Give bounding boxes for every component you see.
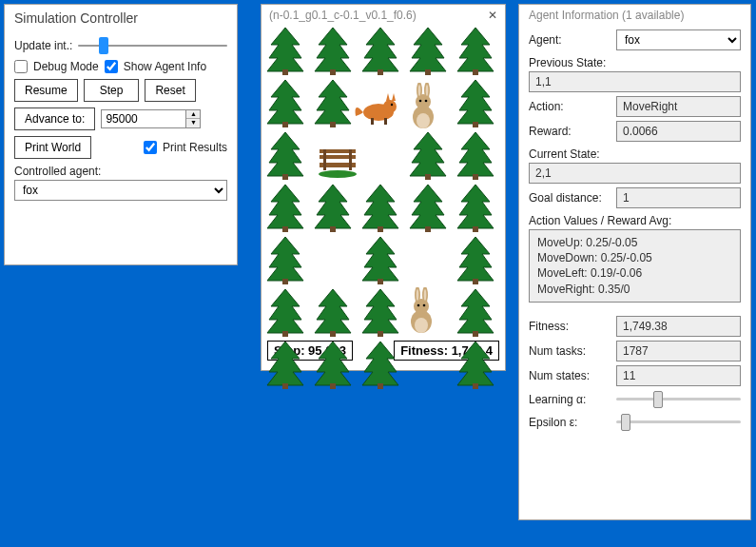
prev-state-label: Previous State: [529, 56, 741, 69]
fitness-value: 1,749.38 [616, 316, 741, 337]
world-title: (n-0.1_g0.1_c-0.1_v0.1_f0.6) [269, 9, 417, 22]
tree-icon [309, 183, 357, 232]
advance-to-input[interactable] [101, 109, 186, 128]
svg-rect-21 [473, 174, 478, 180]
learning-alpha-label: Learning α: [529, 393, 611, 406]
svg-rect-51 [378, 383, 383, 389]
svg-rect-60 [371, 118, 374, 125]
svg-point-77 [417, 304, 420, 307]
num-states-value: 11 [616, 365, 741, 386]
svg-marker-42 [362, 289, 398, 333]
tree-icon [309, 78, 357, 127]
update-int-slider[interactable] [78, 37, 227, 54]
tree-icon [262, 130, 309, 180]
tree-icon [404, 130, 452, 180]
hare-icon [402, 287, 440, 335]
svg-marker-8 [457, 28, 494, 71]
tree-icon [404, 183, 452, 232]
controlled-agent-select[interactable]: fox [14, 180, 227, 201]
svg-marker-34 [362, 237, 398, 281]
svg-rect-84 [349, 149, 352, 170]
tree-icon [452, 26, 499, 75]
reset-button[interactable]: Reset [145, 79, 195, 102]
current-state-label: Current State: [529, 147, 741, 161]
svg-marker-6 [410, 28, 446, 71]
svg-marker-40 [315, 289, 351, 333]
svg-rect-43 [378, 331, 383, 337]
goal-distance-value: 1 [616, 187, 741, 208]
resume-button[interactable]: Resume [14, 79, 78, 102]
print-world-button[interactable]: Print World [14, 136, 91, 159]
svg-rect-61 [384, 118, 387, 125]
svg-rect-37 [473, 279, 478, 284]
svg-rect-17 [282, 174, 288, 180]
bench-icon [314, 140, 361, 178]
simulation-controller-panel: Simulation Controller Update int.: Debug… [4, 4, 238, 265]
svg-marker-44 [457, 289, 494, 333]
fitness-label: Fitness: [529, 320, 611, 333]
svg-rect-39 [282, 331, 288, 337]
svg-rect-23 [282, 226, 288, 232]
svg-marker-26 [362, 185, 398, 228]
svg-marker-28 [410, 185, 446, 228]
advance-spinner[interactable]: ▲▼ [186, 109, 201, 128]
svg-rect-53 [473, 383, 478, 389]
action-value-line: MoveUp: 0.25/-0.05 [537, 235, 732, 250]
world-window: (n-0.1_g0.1_c-0.1_v0.1_f0.6) ✕ Step: 95,… [261, 4, 506, 371]
svg-rect-33 [282, 279, 288, 284]
tree-icon [452, 183, 499, 232]
svg-point-78 [423, 304, 426, 307]
svg-marker-22 [267, 185, 303, 228]
reward-label: Reward: [529, 125, 611, 138]
tree-icon [452, 235, 499, 284]
svg-rect-41 [330, 331, 336, 337]
svg-point-76 [424, 289, 427, 301]
svg-marker-4 [362, 28, 398, 71]
learning-alpha-slider[interactable] [616, 390, 741, 409]
svg-marker-36 [457, 237, 494, 281]
action-values-box: MoveUp: 0.25/-0.05MoveDown: 0.25/-0.05Mo… [529, 229, 741, 303]
tree-icon [262, 183, 309, 232]
prev-state-value: 1,1 [529, 71, 741, 92]
svg-marker-30 [457, 185, 494, 228]
action-value-line: MoveRight: 0.35/0 [537, 282, 732, 297]
tree-icon [262, 340, 309, 389]
svg-rect-31 [473, 226, 478, 232]
svg-marker-48 [315, 342, 351, 385]
svg-point-68 [419, 100, 422, 103]
action-value-line: MoveDown: 0.25/-0.05 [537, 250, 732, 265]
debug-mode-checkbox[interactable] [14, 60, 28, 73]
agent-info-title: Agent Information (1 available) [529, 9, 741, 26]
current-state-value: 2,1 [529, 163, 741, 184]
svg-rect-45 [473, 331, 478, 337]
svg-rect-49 [330, 383, 336, 389]
svg-marker-2 [315, 28, 351, 71]
tree-icon [404, 26, 452, 75]
svg-point-79 [415, 318, 428, 333]
svg-marker-24 [315, 185, 351, 228]
svg-point-55 [383, 100, 397, 113]
show-agent-info-label: Show Agent Info [124, 60, 206, 73]
tree-icon [452, 78, 499, 127]
svg-marker-20 [457, 132, 494, 176]
step-button[interactable]: Step [84, 79, 140, 102]
print-results-checkbox[interactable] [144, 141, 157, 154]
update-int-label: Update int.: [14, 39, 72, 52]
tree-icon [357, 26, 404, 75]
show-agent-info-checkbox[interactable] [105, 60, 118, 73]
num-states-label: Num states: [529, 369, 611, 382]
svg-rect-1 [282, 69, 288, 75]
controlled-agent-label: Controlled agent: [14, 165, 227, 178]
agent-select[interactable]: fox [616, 29, 741, 50]
svg-rect-19 [425, 174, 431, 180]
close-icon[interactable]: ✕ [488, 9, 497, 22]
svg-marker-50 [362, 342, 398, 385]
svg-marker-52 [457, 342, 494, 385]
svg-marker-57 [392, 93, 396, 101]
svg-rect-27 [378, 226, 383, 232]
svg-marker-38 [267, 289, 303, 333]
advance-to-button[interactable]: Advance to: [14, 107, 95, 130]
tree-icon [357, 235, 404, 284]
epsilon-slider[interactable] [616, 413, 741, 432]
agent-label: Agent: [529, 33, 611, 47]
